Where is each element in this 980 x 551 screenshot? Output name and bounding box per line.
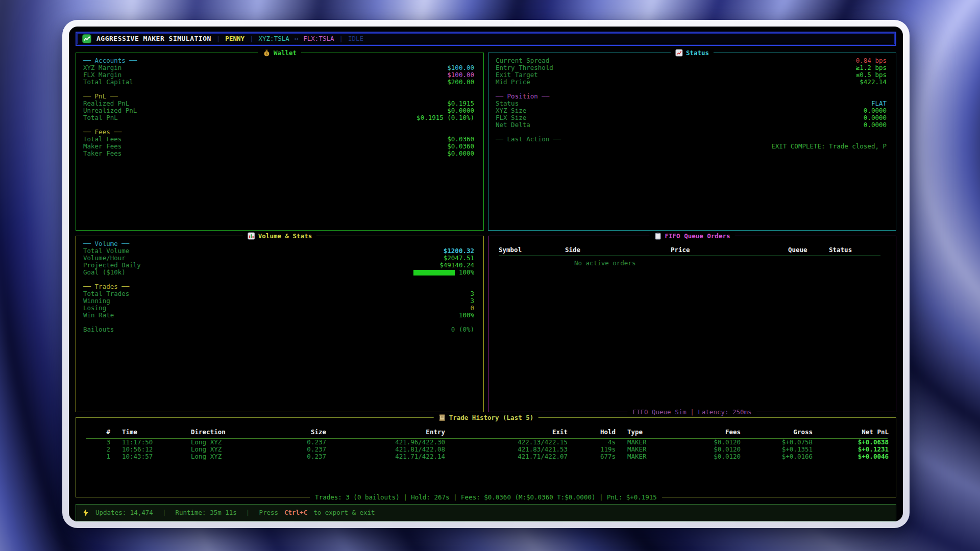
wallet-row-xyz-margin: XYZ Margin $100.00: [83, 64, 474, 71]
accounts-section-header: ── Accounts ──: [83, 57, 474, 64]
wallet-row-unrealized-pnl: Unrealized PnL $0.0000: [83, 107, 474, 114]
trades-section-header: ── Trades ──: [83, 283, 474, 290]
wallet-row-maker-fees: Maker Fees $0.0360: [83, 143, 474, 150]
desktop-background: AGGRESSIVE MAKER SIMULATION | PENNY | XY…: [0, 0, 980, 551]
volume-row-projected-daily: Projected Daily $49140.24: [83, 262, 474, 269]
wallet-panel-title-text: Wallet: [274, 49, 297, 57]
position-row-flx-size: FLX Size 0.0000: [496, 114, 887, 121]
status-row-current-spread: Current Spread -0.84 bps: [496, 57, 887, 64]
fees-section-header: ── Fees ──: [83, 129, 474, 136]
pair-right-symbol: FLX:TSLA: [303, 35, 334, 42]
money-bag-icon: $: [263, 49, 271, 57]
th-col-entry: Entry: [326, 429, 445, 436]
fifo-col-price: Price: [671, 246, 788, 254]
statusbar-separator: |: [159, 509, 169, 516]
volume-row-volume-hour: Volume/Hour $2047.51: [83, 255, 474, 262]
title-bar: AGGRESSIVE MAKER SIMULATION | PENNY | XY…: [76, 32, 896, 46]
status-panel: Status Current Spread -0.84 bps Entry Th…: [488, 53, 896, 231]
exit-hint-key: Ctrl+C: [284, 509, 307, 516]
line-chart-icon: [675, 49, 683, 57]
fifo-queue-panel: FIFO Queue Orders Symbol Side Price Queu…: [488, 236, 896, 412]
position-row-status: Status FLAT: [496, 100, 887, 107]
trade-history-title: Trade History (Last 5): [434, 414, 538, 421]
terminal-screen: AGGRESSIVE MAKER SIMULATION | PENNY | XY…: [69, 27, 903, 521]
svg-text:$: $: [265, 52, 268, 56]
trade-row: 3 11:17:50 Long XYZ 0.237 421.96/422.30 …: [86, 439, 888, 446]
volume-panel-title-text: Volume & Stats: [258, 233, 312, 240]
chart-up-app-icon: [82, 34, 91, 43]
trades-row-losing: Losing 0: [83, 305, 474, 312]
wallet-panel-title: $ Wallet: [258, 49, 301, 57]
th-col-time: Time: [110, 429, 188, 436]
trade-row: 2 10:56:12 Long XYZ 0.237 421.81/422.08 …: [86, 446, 888, 453]
th-col-fees: Fees: [704, 429, 741, 436]
exit-hint-prefix: Press: [259, 509, 278, 516]
th-col-hold: Hold: [568, 429, 616, 436]
clipboard-icon: [654, 232, 662, 240]
fifo-col-status: Status: [829, 246, 880, 254]
title-separator: |: [250, 35, 254, 42]
status-panel-title: Status: [671, 49, 714, 57]
fifo-header-divider: [499, 256, 880, 256]
last-action-section-header: ── Last Action ──: [496, 136, 887, 143]
fifo-col-symbol: Symbol: [499, 246, 565, 254]
position-section-header: ── Position ──: [496, 93, 887, 100]
th-col-num: #: [86, 429, 110, 436]
trade-history-summary: Trades: 3 (0 bailouts) | Hold: 267s | Fe…: [310, 494, 662, 501]
status-panel-title-text: Status: [686, 49, 709, 57]
title-bar-inner: AGGRESSIVE MAKER SIMULATION | PENNY | XY…: [77, 33, 895, 44]
goal-percent-value: 100%: [459, 269, 474, 276]
status-bar: Updates: 14,474 | Runtime: 35m 11s | Pre…: [76, 504, 896, 521]
th-col-size: Size: [275, 429, 326, 436]
trade-history-title-text: Trade History (Last 5): [449, 414, 534, 421]
th-col-gross: Gross: [741, 429, 813, 436]
wallet-row-realized-pnl: Realized PnL $0.1915: [83, 100, 474, 107]
volume-section-header: ── Volume ──: [83, 240, 474, 247]
exit-hint-suffix: to export & exit: [313, 509, 375, 516]
pnl-section-header: ── PnL ──: [83, 93, 474, 100]
trades-row-win-rate: Win Rate 100%: [83, 312, 474, 319]
app-window[interactable]: AGGRESSIVE MAKER SIMULATION | PENNY | XY…: [62, 20, 910, 528]
scroll-icon: [438, 414, 446, 421]
volume-row-goal: Goal ($10k) 100%: [83, 269, 474, 276]
fifo-footer-note: FIFO Queue Sim | Latency: 250ms: [627, 409, 756, 416]
trade-history-header-row: # Time Direction Size Entry Exit Hold Ty…: [86, 429, 888, 436]
status-row-entry-threshold: Entry Threshold ≥1.2 bps: [496, 64, 887, 71]
fifo-col-queue: Queue: [788, 246, 829, 254]
goal-progress-group: 100%: [413, 269, 474, 276]
updates-counter: Updates: 14,474: [95, 509, 153, 516]
status-row-mid-price: Mid Price $422.14: [496, 79, 887, 86]
runtime-counter: Runtime: 35m 11s: [175, 509, 236, 516]
volume-panel-title: Volume & Stats: [243, 232, 316, 240]
fifo-empty-message: No active orders: [574, 260, 880, 267]
title-separator: |: [216, 35, 220, 42]
statusbar-separator: |: [243, 509, 253, 516]
lightning-icon: [82, 509, 89, 517]
fifo-col-side: Side: [565, 246, 671, 254]
th-col-direction: Direction: [188, 429, 275, 436]
bar-chart-icon: [248, 232, 255, 240]
title-separator: |: [339, 35, 344, 42]
pair-left-symbol: XYZ:TSLA: [259, 35, 289, 42]
pair-arrow-icon: ↔: [295, 35, 299, 42]
fifo-header-row: Symbol Side Price Queue Status: [499, 246, 880, 254]
last-action-message: EXIT COMPLETE: Trade closed, P: [496, 143, 887, 150]
status-row-exit-target: Exit Target ≤0.5 bps: [496, 71, 887, 79]
fifo-panel-title: FIFO Queue Orders: [650, 232, 735, 240]
fifo-panel-title-text: FIFO Queue Orders: [665, 233, 730, 240]
wallet-row-total-fees: Total Fees $0.0360: [83, 136, 474, 143]
engine-state-badge: IDLE: [348, 35, 363, 42]
trade-row: 1 10:43:57 Long XYZ 0.237 421.71/422.14 …: [86, 453, 888, 460]
wallet-row-total-capital: Total Capital $200.00: [83, 79, 474, 86]
wallet-panel: $ Wallet ── Accounts ── XYZ Margin $100.…: [76, 53, 484, 231]
position-row-xyz-size: XYZ Size 0.0000: [496, 107, 887, 114]
volume-stats-panel: Volume & Stats ── Volume ── Total Volume…: [76, 236, 484, 412]
bailouts-row: Bailouts 0 (0%): [83, 326, 474, 333]
goal-progress-bar: [413, 270, 455, 276]
trades-row-total: Total Trades 3: [83, 290, 474, 297]
th-col-type: Type: [616, 429, 704, 436]
th-col-netpnl: Net PnL: [813, 429, 889, 436]
wallet-row-taker-fees: Taker Fees $0.0000: [83, 150, 474, 157]
th-col-exit: Exit: [445, 429, 568, 436]
trade-history-panel: Trade History (Last 5) # Time Direction …: [76, 417, 896, 497]
